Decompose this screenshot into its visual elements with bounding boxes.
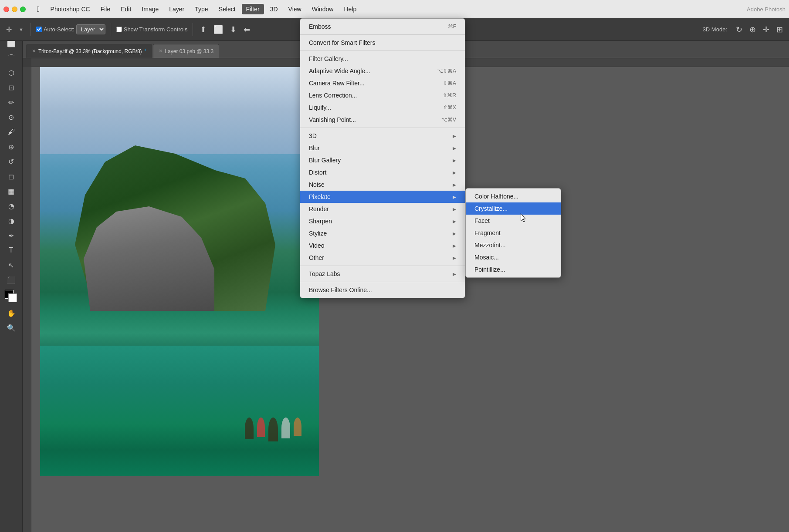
file-menu[interactable]: File [96,4,115,14]
image-menu[interactable]: Image [137,4,163,14]
tab-triton-bay[interactable]: ✕ Triton-Bay.tif @ 33.3% (Background, RG… [26,44,152,58]
edit-menu[interactable]: Edit [116,4,135,14]
3d-move-icon[interactable]: ✛ [761,23,771,36]
align-center-v-icon[interactable]: ⬜ [212,23,225,36]
align-bottom-icon[interactable]: ⬇ [228,23,238,36]
pixelate-pointillize[interactable]: Pointillize... [466,263,561,276]
pixelate-facet-label: Facet [474,217,490,224]
filter-liquify[interactable]: Liquify... ⇧⌘X [300,101,465,114]
brush-tool[interactable]: 🖌 [5,125,18,138]
path-select-tool[interactable]: ↖ [5,259,18,272]
eyedropper-tool[interactable]: ✏ [5,96,18,109]
shape-tool[interactable]: ⬛ [5,273,18,286]
crop-tool[interactable]: ⊡ [5,81,18,94]
hand-tool[interactable]: ✋ [5,306,18,320]
minimize-window-button[interactable] [12,7,17,12]
lasso-tool[interactable]: ⌒ [5,51,18,64]
filter-convert-smart[interactable]: Convert for Smart Filters [300,37,465,49]
transform-controls-label: Show Transform Controls [124,26,188,33]
select-menu[interactable]: Select [214,4,240,14]
filter-3d[interactable]: 3D ▶ [300,130,465,142]
eraser-tool[interactable]: ◻ [5,170,18,183]
canvas-document [40,67,319,476]
history-brush-tool[interactable]: ↺ [5,155,18,168]
healing-brush-tool[interactable]: ⊙ [5,111,18,124]
filter-render[interactable]: Render ▶ [300,203,465,215]
pixelate-color-halftone[interactable]: Color Halftone... [466,190,561,202]
apple-menu[interactable]:  [33,3,44,16]
gradient-tool[interactable]: ▦ [5,185,18,198]
filter-sep-4 [300,266,465,266]
filter-sep-1 [300,34,465,35]
filter-emboss[interactable]: Emboss ⌘F [300,20,465,33]
pixelate-fragment[interactable]: Fragment [466,227,561,239]
window-menu[interactable]: Window [308,4,338,14]
transform-controls-checkbox[interactable] [116,27,122,32]
pixelate-mezzotint[interactable]: Mezzotint... [466,239,561,251]
layer-select[interactable]: Layer [76,24,105,34]
tab-close-1[interactable]: ✕ [32,48,36,54]
window-controls [3,7,26,12]
pixelate-mezzotint-label: Mezzotint... [474,242,506,249]
filter-noise-arrow: ▶ [453,182,456,187]
filter-other[interactable]: Other ▶ [300,252,465,264]
clone-stamp-tool[interactable]: ⊕ [5,140,18,153]
menu-bar:  Photoshop CC File Edit Image Layer Typ… [0,0,789,18]
filter-vanishing-point-shortcut: ⌥⌘V [441,117,456,123]
photoshop-menu[interactable]: Photoshop CC [46,4,95,14]
pen-tool[interactable]: ✒ [5,229,18,242]
filter-pixelate[interactable]: Pixelate ▶ [300,191,465,203]
filter-gallery[interactable]: Filter Gallery... [300,53,465,65]
filter-stylize[interactable]: Stylize ▶ [300,227,465,239]
filter-liquify-shortcut: ⇧⌘X [443,104,456,111]
svg-rect-1 [23,58,31,532]
3d-pan-icon[interactable]: ⊕ [748,23,758,36]
type-tool[interactable]: T [5,244,18,257]
pixelate-facet[interactable]: Facet [466,215,561,227]
tab-layer03[interactable]: ✕ Layer 03.psb @ 33.3 [153,44,220,58]
filter-sharpen[interactable]: Sharpen ▶ [300,215,465,227]
move-tool-icon[interactable]: ✛ [4,24,14,35]
3d-scale-icon[interactable]: ⊞ [775,23,785,36]
filter-3d-arrow: ▶ [453,134,456,138]
zoom-tool[interactable]: 🔍 [5,321,18,334]
filter-camera-raw-label: Camera Raw Filter... [309,80,365,87]
quick-select-tool[interactable]: ⬡ [5,66,18,79]
filter-blur-gallery[interactable]: Blur Gallery ▶ [300,154,465,166]
filter-noise[interactable]: Noise ▶ [300,178,465,191]
filter-sep-2 [300,51,465,51]
pixelate-submenu: Color Halftone... Crystallize... Facet F… [465,188,561,278]
type-menu[interactable]: Type [190,4,212,14]
move-tool-arrow-icon[interactable]: ▼ [17,25,25,34]
align-top-icon[interactable]: ⬆ [198,23,208,36]
tab-close-2[interactable]: ✕ [159,48,163,54]
align-left-icon[interactable]: ⬅ [242,23,252,36]
view-menu[interactable]: View [284,4,306,14]
filter-other-label: Other [309,254,324,261]
filter-topaz-labs[interactable]: Topaz Labs ▶ [300,268,465,280]
auto-select-checkbox[interactable] [36,27,42,32]
filter-menu-trigger[interactable]: Filter [242,4,264,14]
dodge-tool[interactable]: ◑ [5,214,18,227]
help-menu[interactable]: Help [339,4,361,14]
blur-tool[interactable]: ◔ [5,199,18,212]
filter-distort[interactable]: Distort ▶ [300,166,465,178]
pixelate-crystallize[interactable]: Crystallize... [466,202,561,215]
pixelate-mosaic[interactable]: Mosaic... [466,251,561,263]
filter-video[interactable]: Video ▶ [300,239,465,252]
color-swatch[interactable] [5,290,18,303]
filter-blur[interactable]: Blur ▶ [300,142,465,154]
maximize-window-button[interactable] [20,7,26,12]
filter-lens-correction[interactable]: Lens Correction... ⇧⌘R [300,89,465,101]
filter-camera-raw[interactable]: Camera Raw Filter... ⇧⌘A [300,77,465,89]
filter-stylize-arrow: ▶ [453,231,456,236]
3d-menu[interactable]: 3D [266,4,282,14]
filter-browse-online[interactable]: Browse Filters Online... [300,284,465,296]
filter-adaptive-wide[interactable]: Adaptive Wide Angle... ⌥⇧⌘A [300,65,465,77]
layer-menu[interactable]: Layer [165,4,189,14]
3d-rotate-icon[interactable]: ↻ [734,23,744,36]
close-window-button[interactable] [3,7,9,12]
filter-video-label: Video [309,242,325,249]
filter-sharpen-arrow: ▶ [453,219,456,224]
filter-vanishing-point[interactable]: Vanishing Point... ⌥⌘V [300,114,465,126]
